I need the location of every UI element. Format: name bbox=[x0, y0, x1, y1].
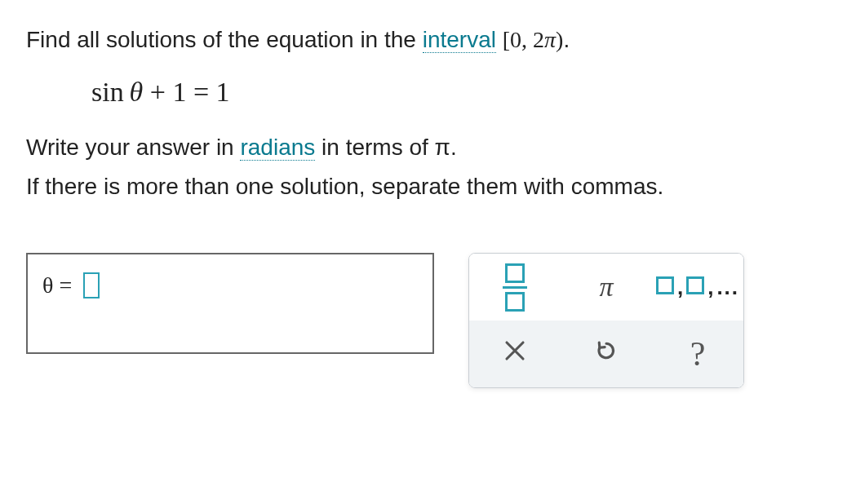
prompt-end-dot: . bbox=[563, 27, 570, 52]
answer-slot[interactable] bbox=[83, 272, 100, 298]
keypad: π ,,... bbox=[468, 253, 744, 388]
keypad-pi-button[interactable]: π bbox=[561, 254, 652, 321]
instr-text-pre: Write your answer in bbox=[26, 135, 240, 160]
interval-term-link[interactable]: interval bbox=[423, 27, 496, 53]
prompt-line-1: Find all solutions of the equation in th… bbox=[26, 23, 821, 57]
instr-text-post: in terms of π. bbox=[315, 135, 456, 160]
keypad-help-button[interactable]: ? bbox=[652, 321, 743, 387]
keypad-reset-button[interactable] bbox=[561, 321, 652, 387]
answer-input-box[interactable]: θ = bbox=[26, 253, 434, 354]
instruction-line-3: If there is more than one solution, sepa… bbox=[26, 170, 821, 204]
close-icon bbox=[503, 338, 527, 369]
equation-display: sin θ + 1 = 1 bbox=[91, 77, 821, 108]
interval-expression: [0, 2π) bbox=[503, 27, 564, 52]
radians-term-link[interactable]: radians bbox=[240, 135, 315, 161]
help-icon: ? bbox=[690, 334, 706, 374]
prompt-text-1: Find all solutions of the equation in th… bbox=[26, 27, 423, 52]
pi-icon: π bbox=[599, 272, 613, 303]
fraction-icon bbox=[503, 263, 527, 312]
answer-label: θ = bbox=[42, 272, 72, 298]
keypad-clear-button[interactable] bbox=[469, 321, 561, 387]
keypad-fraction-button[interactable] bbox=[469, 254, 561, 321]
list-icon: ,,... bbox=[656, 275, 739, 300]
undo-icon bbox=[594, 338, 619, 369]
instruction-line-2: Write your answer in radians in terms of… bbox=[26, 130, 821, 165]
keypad-list-button[interactable]: ,,... bbox=[652, 254, 743, 321]
